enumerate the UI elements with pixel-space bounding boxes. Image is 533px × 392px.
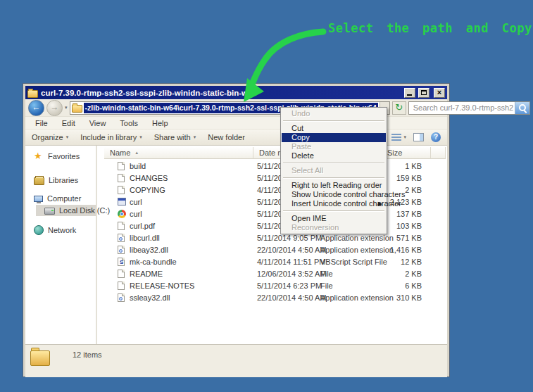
toolbar-new-folder[interactable]: New folder	[208, 133, 245, 141]
context-menu-insert-unicode-control-character[interactable]: Insert Unicode control character▶	[282, 199, 386, 208]
forward-button[interactable]	[46, 100, 63, 116]
sidebar-item-label: Libraries	[49, 176, 78, 184]
table-row[interactable]: CHANGES5/11/201159 KB	[104, 172, 446, 184]
context-menu-delete[interactable]: Delete	[282, 151, 386, 160]
file-size: 159 KB	[382, 174, 422, 182]
file-name: ssleay32.dll	[130, 293, 170, 302]
table-row[interactable]: curl5/11/201137 KB	[104, 208, 446, 220]
context-menu-copy[interactable]: Copy	[282, 133, 386, 142]
column-header-name[interactable]: Name ▲	[104, 147, 253, 159]
navigation-sidebar: FavoritesLibrariesComputerLocal Disk (C:…	[25, 146, 97, 344]
search-input[interactable]	[412, 103, 515, 113]
refresh-icon[interactable]: ↻	[392, 101, 406, 115]
toolbar-new-folder-label: New folder	[208, 133, 245, 141]
file-type: File	[320, 282, 333, 290]
column-header-size-label: Size	[387, 148, 402, 157]
file-size: 103 KB	[382, 222, 422, 230]
table-row[interactable]: libcurl.dll5/11/2014 9:05 PMApplication …	[104, 232, 446, 244]
file-date: 5/11/2014 9:05 PM	[257, 234, 322, 242]
details-pane: 12 items	[25, 344, 447, 377]
document-icon	[118, 270, 125, 278]
file-size: 6 KB	[382, 282, 422, 290]
toolbar-organize[interactable]: Organize▾	[32, 133, 68, 141]
column-header-extra	[431, 147, 446, 159]
file-type: File	[320, 270, 333, 278]
sidebar-item-favorites[interactable]: Favorites	[25, 151, 80, 162]
file-type: VBScript Script File	[320, 258, 387, 266]
nav-history-chevron-icon[interactable]: ▾	[65, 105, 68, 110]
change-view-chevron-icon[interactable]: ▾	[403, 134, 406, 140]
vbscript-icon	[118, 258, 125, 266]
context-menu-reconversion: Reconversion	[282, 223, 386, 232]
chevron-down-icon: ▾	[139, 134, 142, 140]
file-size: 12 KB	[382, 258, 422, 266]
file-name: CHANGES	[130, 174, 168, 182]
menu-tools[interactable]: Tools	[113, 119, 145, 127]
window-title: curl-7.39.0-rtmp-ssh2-ssl-sspi-zlib-wini…	[41, 89, 401, 97]
table-row[interactable]: curl.pdf5/11/201103 KB	[104, 220, 446, 232]
sidebar-item-network[interactable]: Network	[25, 225, 76, 236]
table-row[interactable]: libeay32.dll22/10/2014 4:50 AMApplicatio…	[104, 244, 446, 256]
context-menu-paste: Paste	[282, 142, 386, 151]
toolbar-share-with[interactable]: Share with▾	[154, 133, 196, 141]
maximize-button[interactable]	[418, 88, 429, 98]
menu-view[interactable]: View	[82, 119, 113, 127]
toolbar-include-in-library[interactable]: Include in library▾	[80, 133, 142, 141]
menu-separator	[283, 177, 384, 178]
file-date: 22/10/2014 4:50 AM	[257, 293, 326, 302]
sort-ascending-icon: ▲	[134, 151, 139, 155]
sidebar-item-computer[interactable]: Computer	[25, 193, 81, 204]
column-header-size[interactable]: Size	[382, 147, 431, 159]
menu-help[interactable]: Help	[145, 119, 175, 127]
file-name: mk-ca-bundle	[130, 258, 177, 266]
library-icon	[34, 177, 44, 185]
table-row[interactable]: RELEASE-NOTES5/11/2014 6:23 PMFile6 KB	[104, 280, 446, 292]
file-date: 5/11/2014 6:23 PM	[257, 282, 322, 290]
change-view-icon[interactable]	[391, 134, 401, 141]
items-count: 12 items	[73, 350, 102, 359]
file-name: COPYING	[130, 186, 165, 194]
table-row[interactable]: ssleay32.dll22/10/2014 4:50 AMApplicatio…	[104, 292, 446, 304]
menu-separator	[283, 163, 384, 163]
context-menu-open-ime[interactable]: Open IME	[282, 214, 386, 223]
table-row[interactable]: mk-ca-bundle4/11/2014 11:51 PMVBScript S…	[104, 256, 446, 268]
desktop: Select the path and Copy it curl-7.39.0-…	[0, 0, 533, 392]
file-date: 4/11/2014 11:51 PM	[257, 258, 325, 266]
context-menu-right-to-left-reading-order[interactable]: Right to left Reading order	[282, 181, 386, 190]
help-icon[interactable]	[431, 132, 441, 142]
file-name: curl	[130, 198, 142, 206]
file-list: Name ▲ Date modified Type Size build5/11…	[97, 146, 447, 344]
file-size: 310 KB	[382, 293, 422, 302]
file-name: RELEASE-NOTES	[130, 282, 194, 290]
file-name: libcurl.dll	[130, 234, 160, 242]
sidebar-item-libraries[interactable]: Libraries	[25, 175, 78, 186]
file-size: 1 KB	[382, 162, 422, 170]
table-row[interactable]: build5/11/2011 KB	[104, 160, 446, 172]
dll-icon	[118, 293, 125, 302]
menu-separator	[283, 120, 384, 121]
chrome-html-icon	[118, 210, 126, 218]
minimize-button[interactable]	[404, 88, 415, 98]
folder-icon	[27, 90, 38, 98]
folder-icon	[72, 105, 82, 113]
file-name: curl.pdf	[130, 222, 155, 230]
folder-icon	[30, 350, 50, 366]
column-header-name-label: Name	[110, 148, 130, 157]
menu-separator	[283, 210, 384, 211]
back-button[interactable]	[28, 100, 44, 116]
document-icon	[118, 222, 125, 230]
menu-file[interactable]: File	[28, 119, 55, 127]
file-size: 1,416 KB	[382, 246, 422, 254]
table-row[interactable]: README12/06/2014 3:52 AMFile2 KB	[104, 268, 446, 280]
menu-edit[interactable]: Edit	[55, 119, 82, 127]
context-menu-cut[interactable]: Cut	[282, 124, 386, 133]
close-button[interactable]	[434, 88, 445, 98]
sidebar-item-label: Computer	[47, 194, 81, 203]
disk-icon	[44, 208, 55, 215]
search-icon[interactable]	[515, 102, 529, 114]
context-menu-show-unicode-control-characters[interactable]: Show Unicode control characters	[282, 190, 386, 199]
sidebar-item-local-disk-c[interactable]: Local Disk (C:)	[36, 205, 96, 216]
preview-pane-icon[interactable]	[413, 133, 424, 141]
chevron-down-icon: ▾	[66, 134, 69, 140]
context-menu-select-all: Select All	[282, 166, 386, 175]
